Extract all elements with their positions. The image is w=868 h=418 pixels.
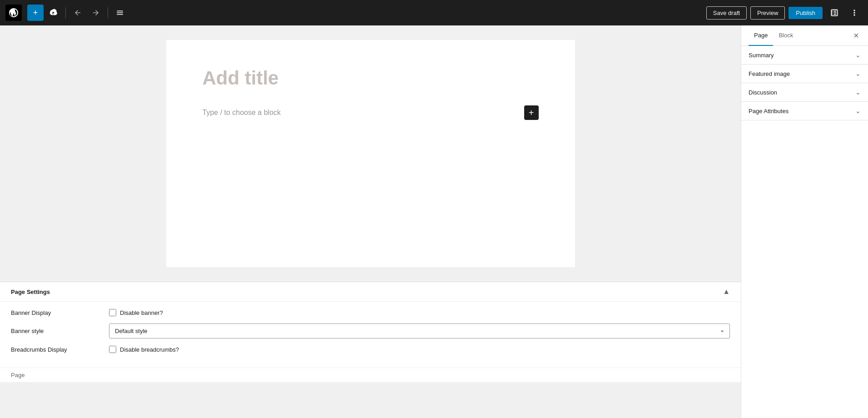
redo-button[interactable] [88, 5, 104, 21]
main-area: Add title Type / to choose a block + Pag… [0, 25, 868, 418]
save-draft-button[interactable]: Save draft [706, 6, 747, 20]
banner-style-row: Banner style Default style [11, 323, 730, 338]
editor-canvas: Add title Type / to choose a block + [166, 40, 575, 267]
sidebar-toggle-button[interactable] [826, 5, 843, 21]
sidebar-section-summary: Summary ⌄ [741, 46, 868, 65]
toolbar-separator-2 [108, 7, 108, 18]
add-block-inline-button[interactable]: + [524, 105, 539, 120]
page-footer-label: Page [0, 368, 741, 382]
discussion-chevron-icon: ⌄ [855, 89, 861, 96]
page-settings-title: Page Settings [11, 289, 50, 295]
page-attributes-chevron-icon: ⌄ [855, 107, 861, 114]
add-block-button[interactable]: + [27, 5, 44, 21]
breadcrumbs-display-row: Breadcrumbs Display Disable breadcrumbs? [11, 346, 730, 353]
banner-display-checkbox-label: Disable banner? [120, 309, 163, 316]
block-placeholder-text: Type / to choose a block [203, 109, 281, 117]
banner-display-control: Disable banner? [109, 309, 730, 316]
block-placeholder: Type / to choose a block + [203, 104, 539, 122]
page-attributes-section-title: Page Attributes [749, 108, 789, 114]
page-attributes-section-header[interactable]: Page Attributes ⌄ [741, 102, 868, 120]
banner-display-row: Banner Display Disable banner? [11, 309, 730, 316]
toolbar-separator-1 [65, 7, 66, 18]
right-sidebar: Page Block × Summary ⌄ Featured image ⌄ … [741, 25, 868, 418]
undo-button[interactable] [69, 5, 86, 21]
more-options-button[interactable] [846, 5, 863, 21]
banner-display-label: Banner Display [11, 309, 102, 316]
breadcrumbs-display-checkbox[interactable] [109, 346, 116, 353]
banner-style-label: Banner style [11, 328, 102, 334]
summary-chevron-icon: ⌄ [855, 51, 861, 59]
discussion-section-header[interactable]: Discussion ⌄ [741, 83, 868, 101]
featured-image-section-title: Featured image [749, 70, 790, 77]
discussion-section-title: Discussion [749, 89, 777, 96]
publish-button[interactable]: Publish [789, 7, 823, 19]
sidebar-section-discussion: Discussion ⌄ [741, 83, 868, 102]
tools-button[interactable] [45, 5, 62, 21]
breadcrumbs-display-control: Disable breadcrumbs? [109, 346, 730, 353]
page-settings-collapse-button[interactable]: ▲ [723, 288, 730, 296]
page-settings-content: Banner Display Disable banner? Banner st… [0, 302, 741, 368]
tab-page[interactable]: Page [749, 25, 773, 46]
summary-section-title: Summary [749, 52, 774, 59]
breadcrumbs-display-checkbox-label: Disable breadcrumbs? [120, 346, 179, 353]
wp-logo [5, 5, 22, 21]
sidebar-section-page-attributes: Page Attributes ⌄ [741, 102, 868, 120]
summary-section-header[interactable]: Summary ⌄ [741, 46, 868, 64]
featured-image-section-header[interactable]: Featured image ⌄ [741, 65, 868, 83]
breadcrumbs-display-label: Breadcrumbs Display [11, 346, 102, 353]
list-view-button[interactable] [112, 5, 128, 21]
featured-image-chevron-icon: ⌄ [855, 70, 861, 77]
editor-title-placeholder[interactable]: Add title [203, 67, 539, 89]
banner-style-control: Default style [109, 323, 730, 338]
banner-style-select[interactable]: Default style [109, 323, 730, 338]
toolbar: + Save draft Preview Publish [0, 0, 868, 25]
sidebar-tabs: Page Block × [741, 25, 868, 46]
editor-area: Add title Type / to choose a block + Pag… [0, 25, 741, 418]
tab-block[interactable]: Block [773, 25, 799, 46]
sidebar-section-featured-image: Featured image ⌄ [741, 65, 868, 83]
sidebar-close-button[interactable]: × [852, 27, 861, 44]
preview-button[interactable]: Preview [750, 6, 785, 20]
toolbar-right: Save draft Preview Publish [706, 5, 863, 21]
page-settings-panel: Page Settings ▲ Banner Display Disable b… [0, 282, 741, 382]
banner-display-checkbox[interactable] [109, 309, 116, 316]
page-settings-header[interactable]: Page Settings ▲ [0, 282, 741, 302]
